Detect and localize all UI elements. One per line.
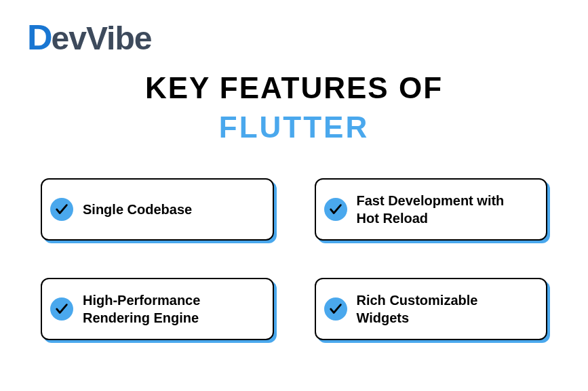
feature-card: Single Codebase — [41, 178, 274, 241]
page-title: KEY FEATURES OF FLUTTER — [27, 71, 561, 144]
feature-label: Single Codebase — [83, 201, 192, 218]
check-icon — [50, 198, 73, 221]
feature-label: High-Performance Rendering Engine — [83, 291, 256, 327]
feature-label: Fast Development with Hot Reload — [357, 192, 530, 227]
features-grid: Single Codebase Fast Development with Ho… — [27, 178, 561, 340]
feature-card: Rich Customizable Widgets — [315, 278, 548, 340]
title-line-2: FLUTTER — [27, 110, 561, 144]
check-icon — [324, 297, 347, 321]
logo-accent-letter: D — [27, 17, 52, 58]
title-line-1: KEY FEATURES OF — [27, 71, 561, 105]
feature-card: High-Performance Rendering Engine — [41, 278, 274, 340]
feature-label: Rich Customizable Widgets — [357, 291, 530, 327]
check-icon — [50, 297, 73, 321]
check-icon — [324, 198, 347, 221]
feature-card: Fast Development with Hot Reload — [315, 178, 548, 241]
brand-logo: DevVibe — [27, 17, 561, 58]
logo-text: evVibe — [52, 20, 152, 57]
